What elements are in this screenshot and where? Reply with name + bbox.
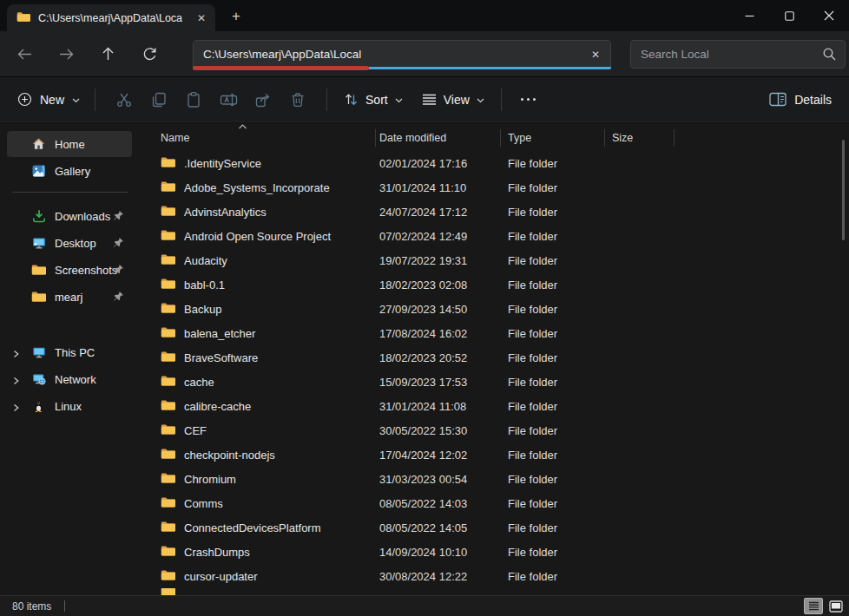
view-toggles [804,598,845,614]
status-bar: 80 items [0,595,849,616]
file-row[interactable]: calibre-cache 31/01/2024 11:08 File fold… [139,394,849,418]
file-name-cell: Audacity [139,253,376,268]
sidebar-item-this-pc[interactable]: This PC [7,339,132,365]
view-button-label: View [444,93,470,107]
back-button[interactable] [10,39,39,69]
refresh-button[interactable] [135,39,164,69]
minimize-button[interactable] [729,0,769,31]
file-row[interactable]: CrashDumps 14/09/2024 10:10 File folder [139,540,849,564]
column-header-type[interactable]: Type [501,129,605,147]
file-name-cell: Backup [139,302,376,317]
chevron-right-icon[interactable] [12,375,20,388]
folder-icon [161,448,175,462]
file-date-modified: 31/03/2023 00:54 [376,473,501,486]
file-row[interactable]: BraveSoftware 18/02/2023 20:52 File fold… [139,345,849,370]
file-name-cell: Adobe_Systems_Incorporate [139,180,376,195]
file-row[interactable]: cursor-updater 30/08/2024 12:22 File fol… [139,564,849,588]
file-name-cell: Chromium [139,472,376,487]
address-path[interactable]: C:\Users\mearj\AppData\Local [194,48,361,61]
chevron-right-icon[interactable] [12,402,20,415]
file-name: ConnectedDevicesPlatform [184,521,321,534]
maximize-button[interactable] [769,0,809,31]
command-toolbar: New Sort View [0,76,849,122]
file-row[interactable]: AdvinstAnalytics 24/07/2024 17:12 File f… [139,200,849,224]
file-row[interactable]: Backup 27/09/2023 14:50 File folder [139,297,849,321]
delete-button[interactable] [280,84,315,115]
file-row[interactable]: .IdentityService 02/01/2024 17:16 File f… [139,151,849,175]
folder-icon [161,351,175,365]
cut-button[interactable] [107,84,142,115]
file-date-modified: 14/09/2024 10:10 [376,546,501,559]
file-row-partial[interactable] [139,588,849,595]
file-name: AdvinstAnalytics [184,206,267,219]
sidebar-item-desktop[interactable]: Desktop [7,230,132,256]
copy-button[interactable] [142,84,176,115]
paste-button[interactable] [176,84,211,115]
file-name: balena_etcher [184,327,255,340]
file-type: File folder [501,497,605,510]
see-more-button[interactable] [513,84,544,115]
folder-icon [161,180,175,195]
explorer-tab[interactable]: C:\Users\mearj\AppData\Loca ✕ [7,4,215,31]
toolbar-divider [95,88,95,111]
file-row[interactable]: CEF 30/05/2022 15:30 File folder [139,418,849,442]
file-row[interactable]: Adobe_Systems_Incorporate 31/01/2024 11:… [139,175,849,200]
share-button[interactable] [246,84,280,115]
column-header-name[interactable]: Name [139,129,376,147]
address-bar[interactable]: C:\Users\mearj\AppData\Local ✕ [193,40,611,69]
sidebar-item-label: Linux [55,400,82,413]
home-icon [31,137,46,152]
chevron-down-icon [72,98,80,103]
file-row[interactable]: ConnectedDevicesPlatform 08/05/2022 14:0… [139,515,849,540]
file-row[interactable]: cache 15/09/2023 17:53 File folder [139,370,849,394]
file-row[interactable]: Audacity 19/07/2022 19:31 File folder [139,248,849,272]
new-tab-button[interactable]: + [226,6,247,27]
sort-button[interactable]: Sort [339,87,408,112]
file-row[interactable]: checkpoint-nodejs 17/04/2024 12:02 File … [139,442,849,467]
close-button[interactable] [809,0,849,31]
file-row[interactable]: Android Open Source Project 07/02/2024 1… [139,224,849,248]
up-button[interactable] [93,39,122,69]
search-box[interactable]: Search Local [630,40,846,69]
file-type: File folder [501,521,605,534]
column-header-size[interactable]: Size [605,129,675,147]
column-header-date-modified[interactable]: Date modified [376,129,501,147]
tab-close-icon[interactable]: ✕ [193,10,210,27]
vertical-scrollbar[interactable] [842,140,845,240]
clear-address-icon[interactable]: ✕ [586,45,605,64]
details-pane-button[interactable]: Details [769,92,832,107]
sidebar-item-screenshots[interactable]: Screenshots [7,257,132,283]
folder-icon [161,375,175,390]
new-button[interactable]: New [14,87,83,112]
gallery-icon [31,164,46,179]
chevron-right-icon[interactable] [12,348,20,361]
file-row[interactable]: babl-0.1 18/02/2023 02:08 File folder [139,272,849,297]
rename-button[interactable] [211,84,246,115]
file-name-cell: Android Open Source Project [139,229,376,244]
file-name: CrashDumps [184,546,250,559]
sidebar-item-mearj[interactable]: mearj [7,284,132,310]
thumbnail-view-toggle[interactable] [826,598,845,614]
sidebar-item-network[interactable]: Network [7,366,132,392]
sidebar-item-downloads[interactable]: Downloads [7,203,132,229]
file-list: .IdentityService 02/01/2024 17:16 File f… [139,151,849,595]
sidebar-item-linux[interactable]: Linux [7,393,132,419]
file-row[interactable]: Comms 08/05/2022 14:03 File folder [139,491,849,515]
sidebar: Home Gallery Downloads [0,123,139,595]
file-name-cell: cache [139,375,376,390]
file-row[interactable]: balena_etcher 17/08/2024 16:02 File fold… [139,321,849,345]
sidebar-item-gallery[interactable]: Gallery [7,158,132,184]
file-row[interactable]: Chromium 31/03/2023 00:54 File folder [139,467,849,491]
chevron-down-icon [395,98,403,103]
file-type: File folder [501,424,605,437]
share-icon [254,91,272,108]
sidebar-item-label: Desktop [55,237,96,250]
sidebar-item-home[interactable]: Home [7,131,132,157]
titlebar: C:\Users\mearj\AppData\Loca ✕ + [0,0,849,31]
search-icon[interactable] [822,47,837,65]
plus-circle-icon [17,92,32,107]
view-button[interactable]: View [417,88,490,112]
file-date-modified: 17/08/2024 16:02 [376,327,501,340]
details-view-toggle[interactable] [804,598,823,614]
forward-button[interactable] [51,39,81,69]
